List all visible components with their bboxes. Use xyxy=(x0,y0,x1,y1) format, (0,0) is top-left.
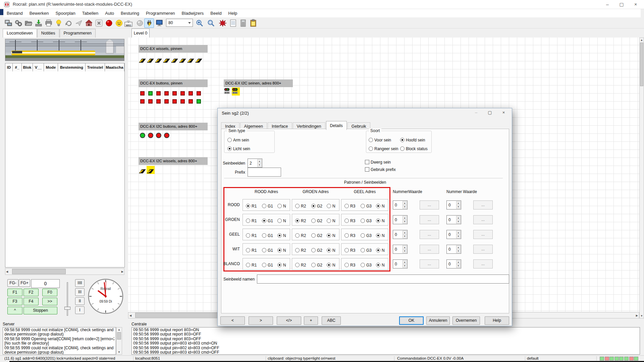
direction-up-button[interactable]: ^ xyxy=(7,307,22,314)
menu-item-auto[interactable]: Auto xyxy=(102,11,117,16)
push-button-symbol-red[interactable] xyxy=(172,91,177,96)
overnemen-button[interactable]: Overnemen xyxy=(452,316,480,325)
scroll-thumb[interactable] xyxy=(640,43,643,86)
turnout-symbol[interactable] xyxy=(179,55,187,63)
turnout-symbol[interactable] xyxy=(139,166,147,174)
menu-item-tabellen[interactable]: Tabellen xyxy=(79,11,102,16)
push-button-symbol-red[interactable] xyxy=(180,91,185,96)
i2c-button-symbol-red[interactable] xyxy=(156,133,161,138)
i2c-button-symbol-red[interactable] xyxy=(148,133,153,138)
column-header-mode[interactable]: Mode xyxy=(44,63,58,71)
i2c-button-symbol-red[interactable] xyxy=(164,133,169,138)
radio-selected[interactable] xyxy=(227,146,232,151)
pattern-radio-blanco-n[interactable]: N xyxy=(277,262,286,268)
radio-unselected[interactable] xyxy=(361,204,365,208)
menu-item-beeld[interactable]: Beeld xyxy=(207,11,225,16)
pattern-radio-groen-r1[interactable]: R1 xyxy=(246,218,257,224)
tab-locomotieven[interactable]: Locomotieven xyxy=(3,29,37,38)
zoom-fit-icon[interactable] xyxy=(206,18,216,28)
turnout-symbol[interactable] xyxy=(155,55,163,63)
function-button-f3[interactable]: F3 xyxy=(7,298,22,305)
function-button-f0[interactable]: F0 xyxy=(42,289,57,296)
push-button-symbol-red[interactable] xyxy=(148,99,153,104)
open-icon[interactable] xyxy=(23,18,33,28)
pattern-radio-geel-r1[interactable]: R1 xyxy=(246,232,257,238)
radio-unselected[interactable] xyxy=(327,204,331,208)
radio-selected[interactable] xyxy=(327,248,331,252)
radio-unselected[interactable] xyxy=(311,263,316,267)
pattern-radio-geel-r3[interactable]: R3 xyxy=(344,232,355,238)
dialog-maximize-icon[interactable]: ▢ xyxy=(483,109,497,116)
pattern-radio-wit-r1[interactable]: R1 xyxy=(246,247,257,253)
radio-unselected[interactable] xyxy=(344,219,349,223)
spin-down-icon[interactable]: ▼ xyxy=(456,234,461,238)
tab-programmeren[interactable]: Programmeren xyxy=(60,29,96,38)
prefix-input[interactable] xyxy=(248,168,281,177)
signal-symbol[interactable] xyxy=(224,87,232,96)
zoom-in-icon[interactable] xyxy=(195,18,204,28)
column-header-_[interactable]: #_ xyxy=(13,63,22,71)
pattern-radio-wit-r3[interactable]: R3 xyxy=(344,247,355,253)
checkbox-dwerg-sein[interactable]: Dwerg sein xyxy=(365,159,391,165)
locomotive-table-body[interactable] xyxy=(5,71,125,267)
delete-icon[interactable] xyxy=(94,18,104,28)
pattern-radio-geel-g3[interactable]: G3 xyxy=(361,232,372,238)
radio-selected[interactable] xyxy=(295,219,300,223)
spin-down-icon[interactable]: ▼ xyxy=(456,249,461,253)
pattern-radio-blanco-g1[interactable]: G1 xyxy=(262,262,273,268)
radio-selected[interactable] xyxy=(277,263,282,267)
pattern-radio-blanco-r2[interactable]: R2 xyxy=(295,262,306,268)
server-log-scrollbar[interactable]: ▲ ▼ xyxy=(116,327,122,355)
spin-down-icon[interactable]: ▼ xyxy=(402,205,407,209)
radio-unselected[interactable] xyxy=(344,248,349,252)
speed-slider-thumb[interactable] xyxy=(64,307,70,310)
print-icon[interactable] xyxy=(44,18,53,28)
column-header-v__[interactable]: V__ xyxy=(33,63,44,71)
accessory-icon[interactable] xyxy=(218,18,227,28)
radio-unselected[interactable] xyxy=(246,248,250,252)
spin-down-icon[interactable]: ▼ xyxy=(402,234,407,238)
radio-selected[interactable] xyxy=(327,263,331,267)
dialog-close-icon[interactable]: × xyxy=(497,109,511,116)
pattern-radio-wit-g1[interactable]: G1 xyxy=(262,247,273,253)
column-header-maatscha[interactable]: Maatscha xyxy=(105,63,124,71)
radio-selected[interactable] xyxy=(327,233,331,238)
number-value-spinner[interactable]: 0▲▼ xyxy=(393,200,408,209)
left-panel-hscrollbar[interactable]: ◀ ▶ xyxy=(5,268,124,275)
power-icon[interactable] xyxy=(135,18,145,28)
speed-step-button-3[interactable]: III xyxy=(75,288,85,296)
browse-button[interactable]: ... xyxy=(420,200,439,209)
push-button-symbol-green[interactable] xyxy=(197,99,201,104)
centrale-log[interactable]: 09:50:56 9999 output report 803=ON09:50:… xyxy=(131,327,640,355)
radio-selected[interactable] xyxy=(400,138,405,142)
spin-down-icon[interactable]: ▼ xyxy=(456,264,461,268)
turnout-symbol[interactable] xyxy=(147,55,155,63)
radio-unselected[interactable] xyxy=(369,146,373,151)
browse-button[interactable]: ... xyxy=(420,215,439,224)
tab-level-0[interactable]: Level 0 xyxy=(131,28,150,38)
seinbeeld-namen-input[interactable] xyxy=(257,275,509,284)
speed-step-button-1[interactable]: I xyxy=(75,306,85,314)
radio-unselected[interactable] xyxy=(227,138,232,142)
radio-selected[interactable] xyxy=(376,219,380,223)
radio-selected[interactable] xyxy=(246,204,250,208)
number-value-spinner[interactable]: 0▲▼ xyxy=(446,245,461,254)
turnout-symbol[interactable] xyxy=(139,55,147,63)
pattern-radio-wit-n[interactable]: N xyxy=(376,247,385,253)
radio-unselected[interactable] xyxy=(295,233,300,238)
speed-step-button-2[interactable]: II xyxy=(75,297,85,305)
column-header-blok[interactable]: Blok xyxy=(22,63,33,71)
nav-button-5[interactable]: ABC xyxy=(322,316,341,325)
menu-item-programmeren[interactable]: Programmeren xyxy=(143,11,178,16)
radio-selected[interactable] xyxy=(376,204,380,208)
turnout-symbol[interactable] xyxy=(187,55,195,63)
scroll-right-icon[interactable]: ▶ xyxy=(121,270,123,273)
pattern-radio-wit-g2[interactable]: G2 xyxy=(311,247,322,253)
radio-unselected[interactable] xyxy=(361,248,365,252)
server-log[interactable]: 09:58:58 9999 could not initialize [COM4… xyxy=(3,327,116,355)
pattern-radio-geel-n[interactable]: N xyxy=(327,232,335,238)
radio-unselected[interactable] xyxy=(361,219,365,223)
radio-unselected[interactable] xyxy=(295,204,300,208)
push-button-symbol-red[interactable] xyxy=(140,99,145,104)
plug-icon[interactable] xyxy=(144,18,154,28)
